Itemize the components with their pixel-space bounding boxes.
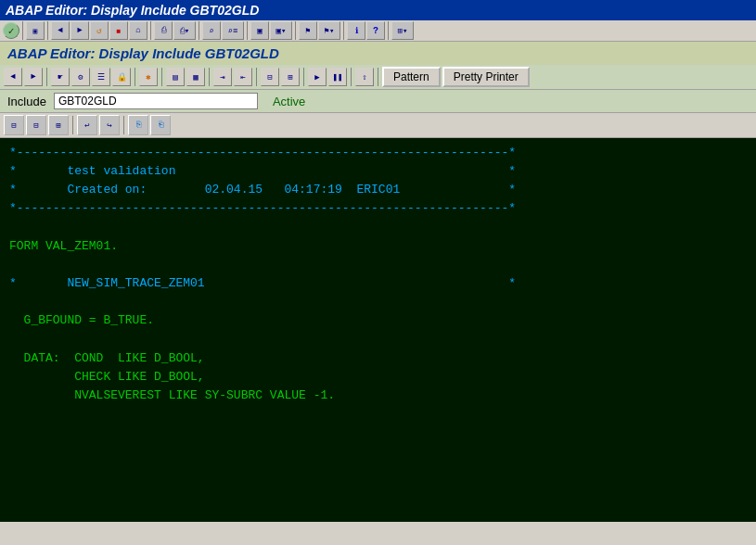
separator bbox=[46, 68, 47, 86]
split2-icon[interactable]: ⊞ bbox=[281, 68, 300, 86]
toolbar-forward-icon[interactable]: ► bbox=[24, 68, 43, 86]
separator bbox=[161, 68, 162, 86]
menu-bar: ✓ ▣ ◄ ► ↺ ■ ⌂ ⎙ ⎙▾ ⌕ ⌕≡ ▣ ▣▾ ⚑ ⚑▾ ℹ ? ⊞▾ bbox=[0, 20, 756, 42]
doc2-icon[interactable]: ▦ bbox=[186, 68, 205, 86]
code-line: DATA: COND LIKE D_BOOL, bbox=[9, 349, 747, 368]
context-icon[interactable]: ⊞▾ bbox=[391, 21, 414, 40]
header-text: ABAP Editor: Display Include GBT02GLD bbox=[7, 45, 279, 61]
separator bbox=[303, 68, 304, 86]
code-line: *---------------------------------------… bbox=[9, 199, 747, 218]
nav-forward-icon[interactable]: ► bbox=[70, 21, 89, 40]
nav-icon-1[interactable]: ▣ bbox=[26, 21, 45, 40]
code-editor: *---------------------------------------… bbox=[0, 138, 756, 522]
move1-icon[interactable]: ⇥ bbox=[213, 68, 232, 86]
pretty-printer-button[interactable]: Pretty Printer bbox=[442, 67, 530, 87]
include-status: Active bbox=[273, 95, 305, 108]
active-icon[interactable]: ▶ bbox=[308, 68, 327, 86]
toolbar-back-icon[interactable]: ◄ bbox=[4, 68, 22, 86]
t2-icon2[interactable]: ⊟ bbox=[26, 115, 46, 135]
split1-icon[interactable]: ⊟ bbox=[261, 68, 279, 86]
separator bbox=[343, 21, 344, 40]
t2-icon1[interactable]: ⊟ bbox=[4, 115, 24, 135]
upload-icon[interactable]: ⇪ bbox=[355, 68, 374, 86]
separator bbox=[150, 21, 151, 40]
title-text: ABAP Editor: Display Include GBT02GLD bbox=[6, 3, 259, 18]
t2-icon4[interactable]: ↩ bbox=[77, 115, 97, 135]
move2-icon[interactable]: ⇤ bbox=[234, 68, 252, 86]
code-line: * Created on: 02.04.15 04:17:19 ERIC01 * bbox=[9, 181, 747, 199]
code-line: * test validation * bbox=[9, 162, 747, 181]
nav-back-icon[interactable]: ◄ bbox=[51, 21, 70, 40]
separator bbox=[209, 68, 210, 86]
main-toolbar: ◄ ► ☛ ⚙ ☰ 🔒 ✱ ▤ ▦ ⇥ ⇤ ⊟ ⊞ ▶ ❚❚ ⇪ Pattern… bbox=[0, 65, 756, 90]
print-icon[interactable]: ⎙ bbox=[154, 21, 173, 40]
separator bbox=[47, 21, 48, 40]
inactive-icon[interactable]: ❚❚ bbox=[328, 68, 347, 86]
code-line: NVALSEVEREST LIKE SY-SUBRC VALUE -1. bbox=[9, 387, 747, 405]
doc1-icon[interactable]: ▤ bbox=[166, 68, 185, 86]
code-line bbox=[9, 219, 747, 237]
pattern-button[interactable]: Pattern bbox=[382, 67, 441, 87]
lock-icon[interactable]: 🔒 bbox=[112, 68, 131, 86]
separator bbox=[351, 68, 352, 86]
help-icon[interactable]: ? bbox=[366, 21, 385, 40]
extended-find-icon[interactable]: ⌕≡ bbox=[222, 21, 244, 40]
save-icon[interactable]: ▣ bbox=[250, 21, 269, 40]
bookmark-icon[interactable]: ☰ bbox=[92, 68, 110, 86]
second-toolbar: ⊟ ⊟ ⊞ ↩ ↪ ⎘ ⎗ bbox=[0, 113, 756, 138]
settings-icon[interactable]: ⚙ bbox=[71, 68, 90, 86]
include-label: Include bbox=[7, 95, 46, 108]
code-line bbox=[9, 293, 747, 311]
include-bar: Include Active bbox=[0, 90, 756, 113]
separator bbox=[388, 21, 389, 40]
separator bbox=[247, 21, 248, 40]
refresh-icon[interactable]: ↺ bbox=[90, 21, 109, 40]
separator bbox=[135, 68, 135, 86]
save2-icon[interactable]: ▣▾ bbox=[270, 21, 292, 40]
header-bar: ABAP Editor: Display Include GBT02GLD bbox=[0, 42, 756, 65]
code-line bbox=[9, 330, 747, 349]
t2-icon3[interactable]: ⊞ bbox=[48, 115, 69, 135]
code-line: G_BFOUND = B_TRUE. bbox=[9, 311, 747, 330]
code-line: CHECK LIKE D_BOOL, bbox=[9, 368, 747, 387]
info-icon[interactable]: ℹ bbox=[347, 21, 365, 40]
find-icon[interactable]: ⌕ bbox=[202, 21, 221, 40]
code-line: *---------------------------------------… bbox=[9, 144, 747, 162]
separator bbox=[123, 116, 124, 134]
print2-icon[interactable]: ⎙▾ bbox=[173, 21, 196, 40]
system-check-icon[interactable]: ✓ bbox=[3, 22, 19, 39]
t2-icon7[interactable]: ⎗ bbox=[150, 115, 171, 135]
separator bbox=[378, 68, 378, 86]
stop-icon[interactable]: ■ bbox=[109, 21, 128, 40]
separator bbox=[22, 21, 23, 40]
flag-icon[interactable]: ⚑ bbox=[299, 21, 317, 40]
code-line bbox=[9, 256, 747, 274]
separator bbox=[256, 68, 257, 86]
star-icon[interactable]: ✱ bbox=[139, 68, 158, 86]
home-icon[interactable]: ⌂ bbox=[129, 21, 147, 40]
t2-icon5[interactable]: ↪ bbox=[99, 115, 120, 135]
code-line: * NEW_SIM_TRACE_ZEM01 * bbox=[9, 274, 747, 293]
t2-icon6[interactable]: ⎘ bbox=[128, 115, 148, 135]
title-bar: ABAP Editor: Display Include GBT02GLD bbox=[0, 0, 756, 20]
separator bbox=[295, 21, 296, 40]
hand-icon[interactable]: ☛ bbox=[51, 68, 70, 86]
separator bbox=[199, 21, 199, 40]
separator bbox=[72, 116, 73, 134]
include-field[interactable] bbox=[54, 93, 258, 109]
code-line: FORM VAL_ZEM01. bbox=[9, 237, 747, 256]
flag2-icon[interactable]: ⚑▾ bbox=[318, 21, 340, 40]
